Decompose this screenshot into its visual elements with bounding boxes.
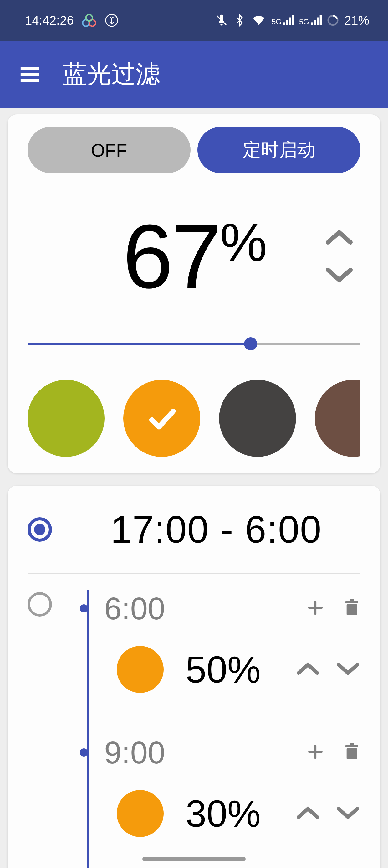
schedule-radio-unselected[interactable] bbox=[28, 592, 52, 617]
svg-rect-15 bbox=[21, 73, 39, 76]
add-step-button[interactable] bbox=[306, 742, 325, 763]
schedule-range[interactable]: 17:00 - 6:00 bbox=[72, 507, 360, 551]
bluetooth-icon bbox=[233, 13, 246, 27]
schedule-step: 9:0030% bbox=[60, 734, 360, 837]
menu-icon[interactable] bbox=[19, 64, 41, 86]
signal-label-2: 5G bbox=[299, 18, 309, 26]
timeline-dot bbox=[80, 748, 88, 756]
step-increase-button[interactable] bbox=[295, 804, 320, 823]
color-swatch-1[interactable] bbox=[123, 380, 200, 457]
step-decrease-button[interactable] bbox=[335, 660, 360, 679]
intensity-unit: % bbox=[220, 213, 265, 272]
increase-button[interactable] bbox=[324, 228, 354, 247]
color-swatch-0[interactable] bbox=[28, 380, 104, 457]
nav-handle[interactable] bbox=[142, 857, 246, 861]
signal-label-1: 5G bbox=[271, 18, 282, 26]
step-increase-button[interactable] bbox=[295, 660, 320, 679]
svg-rect-6 bbox=[286, 20, 288, 25]
svg-rect-14 bbox=[21, 67, 39, 70]
add-step-button[interactable] bbox=[306, 598, 325, 618]
schedule-button[interactable]: 定时启动 bbox=[197, 127, 360, 173]
intensity-value: 67% bbox=[123, 211, 265, 302]
intensity-number: 67 bbox=[123, 206, 220, 307]
svg-rect-20 bbox=[347, 748, 357, 759]
svg-point-2 bbox=[86, 14, 92, 21]
app-bar: 蓝光过滤 bbox=[0, 41, 388, 108]
decrease-button[interactable] bbox=[324, 266, 354, 284]
timeline-line bbox=[87, 590, 89, 868]
svg-rect-9 bbox=[311, 22, 313, 25]
signal-icon-2 bbox=[310, 14, 322, 26]
status-bar: 14:42:26 5G 5G 21% bbox=[0, 0, 388, 41]
off-button[interactable]: OFF bbox=[28, 127, 191, 173]
step-color[interactable] bbox=[117, 646, 164, 693]
battery-ring-icon bbox=[327, 14, 339, 27]
svg-rect-17 bbox=[347, 604, 357, 615]
step-percent: 50% bbox=[186, 648, 261, 691]
schedule-card: 17:00 - 6:00 6:0050%9:0030% bbox=[7, 486, 381, 868]
svg-rect-11 bbox=[317, 18, 319, 25]
color-swatch-2[interactable] bbox=[219, 380, 296, 457]
color-swatch-3[interactable] bbox=[315, 380, 360, 457]
step-percent: 30% bbox=[186, 792, 261, 835]
svg-rect-7 bbox=[289, 18, 291, 25]
intensity-slider[interactable] bbox=[28, 339, 360, 348]
svg-rect-5 bbox=[283, 22, 285, 25]
svg-rect-10 bbox=[314, 20, 316, 25]
filter-card: OFF 定时启动 67% bbox=[7, 114, 381, 473]
svg-rect-21 bbox=[345, 745, 358, 747]
battery-percent: 21% bbox=[344, 13, 369, 28]
signal-icon-1 bbox=[282, 14, 294, 26]
wifi-icon bbox=[251, 13, 267, 27]
cloud-icon bbox=[82, 12, 97, 28]
delete-step-button[interactable] bbox=[343, 598, 360, 618]
svg-rect-12 bbox=[320, 15, 322, 25]
svg-rect-16 bbox=[21, 79, 39, 82]
step-time[interactable]: 9:00 bbox=[104, 735, 165, 771]
step-time[interactable]: 6:00 bbox=[104, 591, 165, 627]
schedule-step: 6:0050% bbox=[60, 590, 360, 693]
timeline-dot bbox=[80, 604, 88, 613]
schedule-radio-selected[interactable] bbox=[28, 517, 52, 542]
check-icon bbox=[144, 401, 179, 436]
svg-rect-8 bbox=[292, 15, 294, 25]
svg-rect-22 bbox=[350, 743, 354, 745]
step-color[interactable] bbox=[117, 790, 164, 837]
page-title: 蓝光过滤 bbox=[63, 58, 160, 91]
svg-rect-18 bbox=[345, 601, 358, 603]
step-decrease-button[interactable] bbox=[335, 804, 360, 823]
accessibility-icon bbox=[104, 13, 119, 28]
svg-rect-19 bbox=[350, 599, 354, 601]
status-time: 14:42:26 bbox=[25, 13, 74, 28]
mute-icon bbox=[215, 13, 228, 27]
delete-step-button[interactable] bbox=[343, 742, 360, 763]
